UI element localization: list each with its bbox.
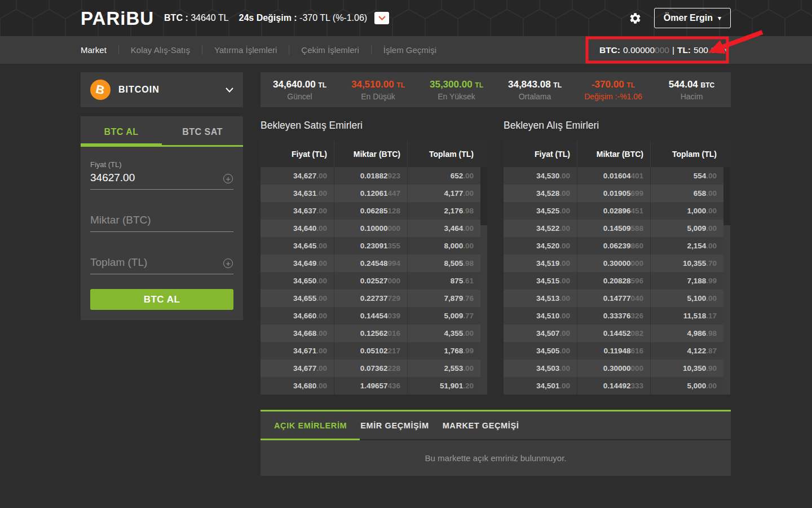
market-select-dropdown[interactable]: [374, 12, 389, 24]
order-row[interactable]: 34,627.000.01882923652.00: [261, 167, 480, 185]
order-cell: 34,671.00: [261, 342, 334, 360]
order-row[interactable]: 34,525.000.028964511,000.00: [504, 202, 723, 220]
scrollbar-thumb[interactable]: [723, 167, 730, 225]
order-row[interactable]: 34,507.000.144520824,986.98: [504, 325, 723, 342]
order-row[interactable]: 34,671.000.051022171,768.99: [261, 342, 480, 360]
order-cell: 34,645.00: [261, 237, 334, 255]
order-cell: 0.14509588: [577, 220, 650, 237]
buy-orders-title: Bekleyen Alış Emirleri: [504, 120, 730, 132]
tab-acik-emirlerim[interactable]: AÇIK EMİRLERİM: [267, 411, 354, 439]
buy-orders-rows: 34,530.000.01604401554.0034,528.000.0190…: [504, 167, 730, 395]
btc-al-submit-button[interactable]: BTC AL: [90, 289, 233, 310]
order-cell: 0.24548994: [334, 255, 407, 272]
order-row[interactable]: 34,668.000.125620164,355.00: [261, 325, 480, 342]
btc-price-ticker: BTC : 34640 TL: [164, 13, 228, 23]
order-cell: 2,553.00: [407, 360, 480, 377]
order-cell: 11,518.17: [650, 307, 723, 325]
order-cell: 0.30000000: [577, 255, 650, 272]
order-row[interactable]: 34,680.001.4965743651,901.20: [261, 377, 480, 395]
order-cell: 0.22737729: [334, 290, 407, 307]
tab-market-gecmisi[interactable]: MARKET GEÇMİŞİ: [436, 411, 526, 439]
order-cell: 4,355.00: [407, 325, 480, 342]
order-cell: 0.06239860: [577, 237, 650, 255]
orders-tabs: AÇIK EMİRLERİM EMİR GEÇMİŞİM MARKET GEÇM…: [261, 411, 731, 440]
stat-guncel: 34,640.00 TL Güncel: [261, 72, 339, 107]
order-row[interactable]: 34,519.000.3000000010,355.70: [504, 255, 723, 272]
nav-item-yatirma-islemleri[interactable]: Yatırma İşlemleri: [202, 45, 289, 55]
order-row[interactable]: 34,637.000.062851282,176.98: [261, 202, 480, 220]
order-row[interactable]: 34,677.000.073622282,553.00: [261, 360, 480, 377]
order-row[interactable]: 34,503.000.3000000010,350.90: [504, 360, 723, 377]
column-header-miktar: Miktar (BTC): [577, 141, 650, 167]
order-row[interactable]: 34,513.000.147770405,100.00: [504, 290, 723, 307]
caret-down-icon: ▾: [724, 47, 727, 53]
price-field-label: Fiyat (TL): [90, 160, 233, 169]
nav-item-market[interactable]: Market: [81, 45, 118, 55]
plus-circle-icon[interactable]: +: [223, 174, 233, 183]
order-row[interactable]: 34,649.000.245489948,505.98: [261, 255, 480, 272]
sell-orders-rows: 34,627.000.01882923652.0034,631.000.1206…: [261, 167, 487, 395]
order-row[interactable]: 34,515.000.208285967,188.99: [504, 272, 723, 290]
main-navbar: Market Kolay Alış-Satış Yatırma İşlemler…: [0, 36, 812, 64]
nav-item-cekim-islemleri[interactable]: Çekim İşlemleri: [289, 45, 371, 55]
order-row[interactable]: 34,522.000.145095885,009.00: [504, 220, 723, 237]
order-row[interactable]: 34,528.000.01905699658.00: [504, 185, 723, 202]
order-cell: 5,100.00: [650, 290, 723, 307]
order-cell: 34,649.00: [261, 255, 334, 272]
scrollbar-thumb[interactable]: [480, 167, 487, 225]
order-row[interactable]: 34,650.000.02527000875.61: [261, 272, 480, 290]
order-row[interactable]: 34,645.000.230913558,000.00: [261, 237, 480, 255]
order-cell: 7,188.99: [650, 272, 723, 290]
order-row[interactable]: 34,530.000.01604401554.00: [504, 167, 723, 185]
order-row[interactable]: 34,631.000.120614474,177.00: [261, 185, 480, 202]
scrollbar[interactable]: [480, 167, 487, 395]
order-row[interactable]: 34,520.000.062398602,154.00: [504, 237, 723, 255]
column-header-fiyat: Fiyat (TL): [261, 141, 334, 167]
order-cell: 34,507.00: [504, 325, 577, 342]
tab-emir-gecmisim[interactable]: EMİR GEÇMİŞİM: [354, 411, 435, 439]
sell-orders-book: Bekleyen Satış Emirleri Fiyat (TL) Mikta…: [261, 107, 487, 395]
nav-item-islem-gecmisi[interactable]: İşlem Geçmişi: [372, 45, 448, 55]
tab-btc-sat[interactable]: BTC SAT: [162, 116, 243, 147]
order-row[interactable]: 34,505.000.119486164,122.87: [504, 342, 723, 360]
amount-field[interactable]: Miktar (BTC): [90, 214, 233, 232]
price-field[interactable]: Fiyat (TL) 34627.00 +: [90, 160, 233, 190]
order-row[interactable]: 34,501.000.144923335,000.00: [504, 377, 723, 395]
btc-ticker-label: BTC :: [164, 13, 188, 23]
plus-circle-icon[interactable]: +: [223, 259, 233, 268]
order-cell: 1,768.99: [407, 342, 480, 360]
user-menu-button[interactable]: Ömer Ergin ▾: [654, 8, 731, 28]
header-right-controls: Ömer Ergin ▾: [629, 8, 731, 28]
order-cell: 0.12061447: [334, 185, 407, 202]
order-cell: 10,350.90: [650, 360, 723, 377]
order-row[interactable]: 34,640.000.100000003,464.00: [261, 220, 480, 237]
stat-ortalama: 34,843.08 TL Ortalama: [496, 72, 574, 107]
order-cell: 34,637.00: [261, 202, 334, 220]
total-field[interactable]: Toplam (TL) +: [90, 256, 233, 274]
order-cell: 34,530.00: [504, 167, 577, 185]
order-cell: 554.00: [650, 167, 723, 185]
order-cell: 0.33376326: [577, 307, 650, 325]
order-row[interactable]: 34,655.000.227377297,879.76: [261, 290, 480, 307]
order-cell: 1.49657436: [334, 377, 407, 395]
chevron-down-icon: [378, 16, 386, 20]
order-cell: 34,660.00: [261, 307, 334, 325]
coin-selector[interactable]: B BITCOIN: [81, 72, 243, 107]
order-cell: 34,640.00: [261, 220, 334, 237]
order-cell: 4,122.87: [650, 342, 723, 360]
stat-hacim: 544.04 BTC Hacim: [652, 72, 731, 107]
order-cell: 0.10000000: [334, 220, 407, 237]
scrollbar[interactable]: [723, 167, 730, 395]
order-cell: 8,505.98: [407, 255, 480, 272]
order-row[interactable]: 34,660.000.144540395,009.77: [261, 307, 480, 325]
top-header-inner: PARiBU BTC : 34640 TL 24s Değişim : -370…: [0, 0, 812, 36]
order-cell: 34,501.00: [504, 377, 577, 395]
balance-tl-value: 500.00: [694, 45, 720, 55]
wallet-balance[interactable]: BTC: 0.00000000 | TL: 500.00 ▾: [599, 45, 727, 55]
order-row[interactable]: 34,510.000.3337632611,518.17: [504, 307, 723, 325]
settings-gear-icon[interactable]: [629, 12, 642, 25]
chevron-down-icon: [226, 87, 233, 93]
buy-sell-tabs: BTC AL BTC SAT: [81, 116, 243, 147]
nav-item-kolay-alis-satis[interactable]: Kolay Alış-Satış: [119, 45, 202, 55]
tab-btc-al[interactable]: BTC AL: [81, 116, 162, 147]
